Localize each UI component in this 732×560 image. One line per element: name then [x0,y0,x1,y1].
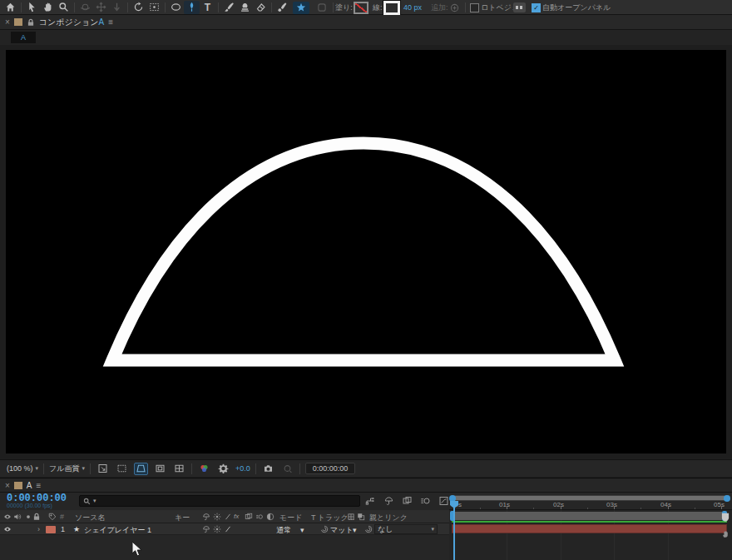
expand-chevron-icon[interactable]: › [37,525,40,533]
safe-zones-icon[interactable] [153,463,167,475]
snapshot-camera-icon[interactable] [261,463,275,475]
viewer-tab-a[interactable]: A [11,32,36,43]
autopanel-checkbox[interactable]: ✓ [532,3,541,12]
preserve-transparency-icon[interactable] [346,512,356,522]
composition-viewer[interactable] [6,50,726,453]
label-tag-icon[interactable] [47,512,57,522]
source-name-column[interactable]: ソース名 [75,513,105,523]
preview-timecode[interactable]: 0:00:00:00 [305,463,356,474]
comp-tab-title[interactable]: コンポジションA [39,17,104,28]
timeline-tab-name[interactable]: A [27,481,32,490]
work-area-bar[interactable] [452,512,727,520]
tool-creates-shape-toggle[interactable] [293,0,309,15]
layer-collapse-icon[interactable] [212,524,222,534]
layer-shy-icon[interactable] [201,524,211,534]
motion-blur-column-icon[interactable] [255,512,265,522]
shy-column-icon[interactable] [201,512,211,522]
grid-guides-options-icon[interactable] [96,463,110,475]
frame-blending-icon[interactable] [400,495,413,507]
layer-label-color-chip[interactable] [46,526,56,533]
layer-mode-value: 通常 [276,525,291,536]
pan-behind-tool-icon[interactable] [146,1,162,14]
panel-menu-icon[interactable]: ≡ [37,481,42,490]
playhead-line[interactable] [453,501,455,560]
add-icon[interactable] [450,0,459,15]
shape-tool-icon[interactable] [168,1,184,14]
graph-editor-icon[interactable] [437,495,450,507]
mode-column[interactable]: モード [279,513,302,523]
hide-shy-layers-icon[interactable] [382,495,395,507]
pan-camera-tool-icon[interactable] [93,1,109,14]
layer-quality-icon[interactable] [223,524,233,534]
time-ruler[interactable]: 00s 01s 02s 03s 04s 05s [449,493,732,510]
ruler-strip[interactable]: 00s 01s 02s 03s 04s 05s [449,501,732,510]
panel-icon [14,482,22,489]
track-matte-toggle-icon[interactable] [356,512,366,522]
layer-number-column-icon[interactable]: # [60,513,64,521]
orbit-camera-tool-icon[interactable] [77,1,93,14]
panel-menu-icon[interactable]: ≡ [108,17,113,27]
timeline-search-input[interactable]: ▾ [79,495,360,507]
comment-hand-icon[interactable] [721,529,730,540]
layer-row[interactable]: › 1 ★ シェイプレイヤー 1 通常 ▾ マット ▾ [0,523,449,535]
video-eye-icon[interactable] [2,512,12,522]
region-of-interest-icon[interactable] [115,463,129,475]
close-icon[interactable]: × [5,17,10,27]
motion-blur-icon[interactable] [418,495,432,507]
audio-icon[interactable] [12,512,22,522]
hand-tool-icon[interactable] [40,1,56,14]
comp-tab-comp-name: A [98,17,104,27]
properties-panel-icon[interactable] [513,2,526,12]
show-snapshot-icon[interactable] [280,463,294,475]
stroke-white-swatch[interactable] [383,1,400,15]
lock-icon[interactable] [32,512,42,522]
fill-none-swatch[interactable] [354,2,368,14]
parent-link-column[interactable]: 親とリンク [369,513,408,523]
pen-tool-icon[interactable] [184,1,200,14]
comp-marker-bin-icon[interactable] [720,512,730,524]
effects-column-icon[interactable]: fx [234,513,239,520]
exposure-gear-icon[interactable] [216,463,230,475]
keys-column[interactable]: キー [175,513,190,523]
layer-eye-icon[interactable] [2,524,12,534]
exposure-value[interactable]: +0.0 [235,464,250,473]
transparency-grid-icon[interactable] [172,463,186,475]
timeline-track-area[interactable] [449,510,732,560]
mini-flowchart-icon[interactable] [364,495,377,507]
viewer-tab-row: A [0,30,732,45]
rotation-tool-icon[interactable] [131,1,146,14]
frame-blend-column-icon[interactable] [244,512,254,522]
ruler-tick-label: 02s [553,501,564,508]
after-effects-window: T 塗り: 線: [0,0,732,560]
eraser-tool-icon[interactable] [253,1,269,14]
frame-info: 00000 (30.00 fps) [7,503,52,508]
layer-name[interactable]: シェイプレイヤー 1 [84,525,151,536]
layer-duration-bar[interactable] [452,524,727,533]
tool-creates-mask-toggle[interactable] [314,0,330,15]
channels-icon[interactable] [197,463,211,475]
parent-select[interactable]: なし ▾ [374,524,438,534]
type-tool-icon[interactable]: T [200,1,215,14]
collapse-transformations-icon[interactable] [212,512,222,522]
brush-tool-icon[interactable] [221,1,237,14]
zoom-tool-icon[interactable] [56,1,72,14]
roto-brush-tool-icon[interactable] [274,1,290,14]
selection-tool-icon[interactable] [24,1,40,14]
home-icon[interactable] [2,1,18,14]
time-navigator-thumb[interactable] [453,496,729,500]
lock-icon[interactable] [27,18,35,27]
quality-column-icon[interactable] [223,512,233,522]
parent-pickwhip-icon[interactable] [364,524,373,534]
panel-icon [14,18,22,26]
dolly-camera-tool-icon[interactable] [109,1,125,14]
magnification-select[interactable]: (100 %) ▾ [7,464,38,473]
rotobezier-checkbox[interactable] [470,3,479,12]
clone-stamp-tool-icon[interactable] [237,1,253,14]
cached-frames-indicator [452,521,727,523]
stroke-width-value[interactable]: 40 px [403,3,422,12]
resolution-select[interactable]: フル画質 ▾ [49,463,85,474]
close-icon[interactable]: × [5,481,10,490]
matte-pickwhip-icon[interactable] [319,524,329,534]
adjustment-layer-column-icon[interactable] [265,512,275,522]
mask-visibility-toggle-icon[interactable] [134,463,148,475]
